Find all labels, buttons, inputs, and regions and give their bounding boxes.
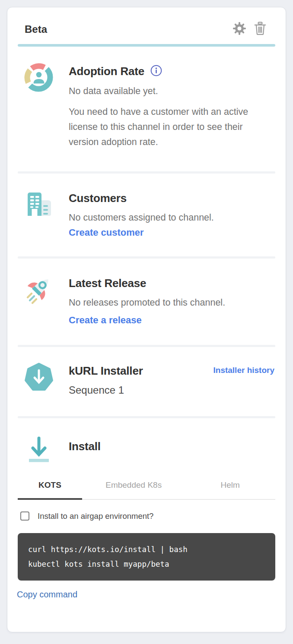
install-section: Install KOTS Embedded K8s Helm Install t… [18,418,275,600]
customers-title: Customers [69,192,275,205]
kurl-installer-section: kURL Installer Installer history Sequenc… [18,347,275,416]
kurl-installer-body: kURL Installer Installer history Sequenc… [69,363,275,396]
card-header: Beta [18,7,275,37]
customers-body: Customers No customers assigned to chann… [69,190,275,238]
install-header: Install [18,434,275,467]
gear-icon [232,21,247,38]
release-empty-text: No releases promoted to this channel. [69,295,275,310]
header-actions [232,22,268,37]
tab-helm[interactable]: Helm [185,477,275,499]
adoption-rate-title: Adoption Rate [69,65,144,78]
channel-title: Beta [25,23,47,35]
airgap-checkbox[interactable] [20,511,29,521]
customers-empty-text: No customers assigned to channel. [69,210,275,225]
command-line: curl https://kots.io/install | bash [28,542,274,557]
adoption-rate-section: Adoption Rate No data available yet. You… [18,47,275,171]
delete-button[interactable] [253,22,268,37]
tab-kots[interactable]: KOTS [18,477,82,499]
adoption-empty-body: You need to have a customer with an acti… [69,104,264,149]
install-body: Install [69,434,275,453]
install-title: Install [69,436,275,453]
latest-release-section: Latest Release No releases promoted to t… [18,259,275,345]
rocket-icon [24,275,54,307]
create-customer-link[interactable]: Create customer [69,227,144,238]
tab-embedded-k8s[interactable]: Embedded K8s [82,477,185,499]
latest-release-body: Latest Release No releases promoted to t… [69,275,275,326]
adoption-rate-body: Adoption Rate No data available yet. You… [69,63,275,150]
command-line: kubectl kots install myapp/beta [28,557,274,571]
airgap-label: Install to an airgap environment? [38,511,153,521]
settings-button[interactable] [232,22,247,37]
customers-section: Customers No customers assigned to chann… [18,174,275,256]
channel-card: Beta [7,7,286,632]
install-command-block: curl https://kots.io/install | bashkubec… [18,533,275,581]
copy-command-link[interactable]: Copy command [17,590,77,600]
installer-sequence: Sequence 1 [69,384,275,396]
installer-history-link[interactable]: Installer history [213,366,275,375]
create-release-link[interactable]: Create a release [69,315,142,326]
kurl-heptagon-icon [24,363,54,395]
trash-icon [254,22,266,37]
download-icon [24,434,54,467]
adoption-empty-title: No data available yet. [69,84,275,99]
customers-building-icon [24,190,54,222]
latest-release-title: Latest Release [69,277,275,290]
adoption-donut-icon [24,63,54,95]
airgap-option: Install to an airgap environment? [18,511,275,521]
kurl-installer-title: kURL Installer [69,364,143,378]
install-tabs: KOTS Embedded K8s Helm [18,477,275,500]
info-icon[interactable] [150,65,162,78]
